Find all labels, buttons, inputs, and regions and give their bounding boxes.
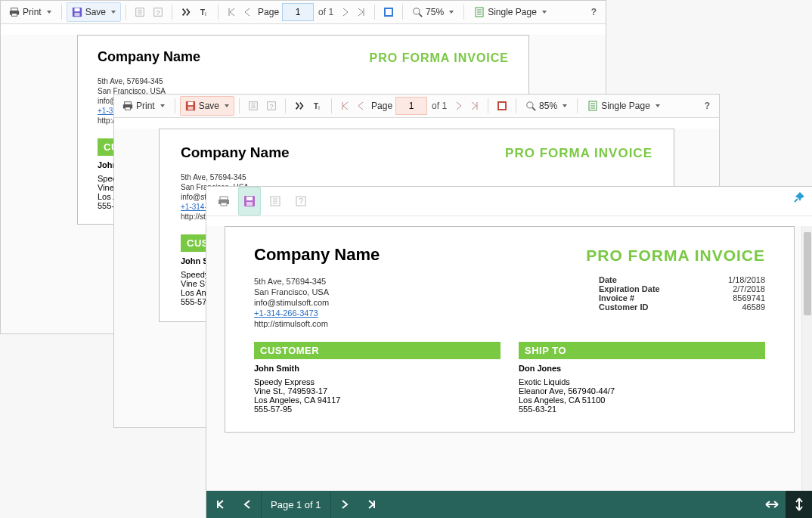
- find-button[interactable]: [290, 96, 308, 116]
- company-addr1: 5th Ave, 57694-345: [254, 277, 329, 286]
- save-label: Save: [199, 101, 219, 111]
- svg-line-43: [532, 107, 535, 110]
- parameters-button[interactable]: ?: [262, 96, 280, 116]
- svg-rect-24: [125, 102, 132, 105]
- svg-text:I: I: [318, 105, 320, 110]
- chevron-down-icon: [655, 104, 660, 107]
- next-page-button[interactable]: [338, 2, 353, 22]
- next-page-button[interactable]: [451, 96, 466, 116]
- print-button[interactable]: [212, 187, 235, 216]
- vertical-scrollbar[interactable]: [801, 226, 812, 491]
- document-title: PRO FORMA INVOICE: [586, 247, 765, 265]
- meta-num-value: 8569741: [705, 293, 765, 302]
- svg-rect-50: [221, 203, 227, 206]
- company-phone-link[interactable]: +1-314-266-3473: [254, 309, 318, 318]
- parameters-button[interactable]: ?: [149, 2, 167, 22]
- company-site: http://stimulsoft.com: [254, 319, 329, 328]
- svg-point-42: [527, 101, 533, 107]
- shipto-header: SHIP TO: [519, 342, 765, 359]
- svg-rect-4: [74, 8, 79, 11]
- bottom-nav: Page 1 of 1: [206, 491, 812, 518]
- last-page-button[interactable]: [353, 2, 370, 22]
- chevron-down-icon: [160, 104, 165, 107]
- zoom-label: 75%: [426, 7, 444, 17]
- prev-page-button[interactable]: [234, 491, 261, 518]
- shipto-l3: Los Angeles, CA 51100: [519, 395, 765, 405]
- view-mode-label: Single Page: [488, 7, 537, 17]
- first-page-button[interactable]: [223, 2, 240, 22]
- editor-button[interactable]: TI: [195, 2, 213, 22]
- document-title: PRO FORMA INVOICE: [370, 51, 509, 65]
- meta-exp-label: Expiration Date: [599, 284, 682, 293]
- page-of-label: of 1: [318, 7, 333, 17]
- shipto-name: Don Jones: [519, 364, 765, 373]
- svg-rect-2: [12, 14, 17, 17]
- editor-button[interactable]: TI: [308, 96, 327, 116]
- company-addr1: 5th Ave, 57694-345: [181, 173, 249, 181]
- customer-l3: Los Angeles, CA 94117: [254, 395, 501, 405]
- company-addr2: San Francisco, USA: [254, 287, 329, 296]
- svg-line-60: [795, 199, 798, 202]
- svg-rect-41: [499, 103, 505, 109]
- bookmarks-button[interactable]: [244, 96, 262, 116]
- svg-text:?: ?: [299, 197, 303, 206]
- toolbar: Print Save ? TI Page of 1 85%: [114, 95, 719, 118]
- print-label: Print: [136, 101, 155, 111]
- save-button[interactable]: Save: [180, 96, 234, 116]
- svg-rect-0: [11, 8, 18, 11]
- svg-point-18: [414, 8, 420, 14]
- svg-line-19: [419, 14, 422, 17]
- meta-date-value: 1/18/2018: [705, 275, 765, 284]
- pin-button[interactable]: [793, 191, 805, 203]
- bookmarks-button[interactable]: [264, 187, 287, 216]
- page-number-input[interactable]: [395, 97, 427, 115]
- find-button[interactable]: [177, 2, 195, 22]
- page-label: Page: [258, 7, 279, 17]
- zoom-button[interactable]: 75%: [408, 2, 459, 22]
- fullscreen-button[interactable]: [493, 96, 511, 116]
- fullscreen-button[interactable]: [380, 2, 398, 22]
- chevron-down-icon: [111, 11, 116, 14]
- svg-rect-26: [126, 107, 131, 110]
- prev-page-button[interactable]: [240, 2, 255, 22]
- zoom-button[interactable]: 85%: [521, 96, 572, 116]
- prev-page-button[interactable]: [353, 96, 368, 116]
- bookmarks-button[interactable]: [131, 2, 149, 22]
- shipto-l4: 555-63-21: [519, 405, 765, 414]
- svg-rect-53: [246, 202, 253, 206]
- document-title: PRO FORMA INVOICE: [505, 146, 652, 161]
- zoom-page-height-button[interactable]: [786, 491, 812, 518]
- svg-rect-28: [188, 102, 193, 105]
- print-label: Print: [23, 7, 42, 17]
- scroll-thumb[interactable]: [804, 232, 811, 315]
- mini-toolbar: ?: [206, 187, 318, 216]
- print-button[interactable]: Print: [117, 96, 170, 116]
- parameters-button[interactable]: ?: [290, 187, 312, 216]
- page-number-input[interactable]: [282, 3, 314, 21]
- zoom-label: 85%: [539, 101, 557, 111]
- svg-rect-48: [220, 197, 228, 200]
- svg-text:?: ?: [157, 9, 160, 17]
- save-button[interactable]: Save: [67, 2, 121, 22]
- shipto-l2: Eleanor Ave, 567940-44/7: [519, 386, 765, 395]
- save-button[interactable]: [238, 187, 261, 216]
- zoom-page-width-button[interactable]: [758, 491, 786, 518]
- meta-cid-label: Customer ID: [599, 302, 682, 312]
- first-page-button[interactable]: [336, 96, 353, 116]
- next-page-button[interactable]: [331, 491, 358, 518]
- meta-cid-value: 46589: [705, 302, 765, 312]
- help-button[interactable]: ?: [699, 101, 716, 111]
- svg-rect-5: [74, 13, 79, 16]
- first-page-button[interactable]: [206, 491, 234, 518]
- view-mode-button[interactable]: Single Page: [582, 96, 665, 116]
- page-of-label: of 1: [432, 101, 447, 111]
- svg-rect-29: [188, 107, 193, 110]
- last-page-button[interactable]: [358, 491, 386, 518]
- last-page-button[interactable]: [466, 96, 483, 116]
- invoice-meta: Date1/18/2018 Expiration Date2/7/2018 In…: [599, 275, 765, 330]
- customer-header: CUSTOMER: [254, 342, 501, 359]
- svg-rect-52: [246, 197, 253, 200]
- view-mode-button[interactable]: Single Page: [469, 2, 552, 22]
- print-button[interactable]: Print: [4, 2, 57, 22]
- help-button[interactable]: ?: [585, 7, 603, 17]
